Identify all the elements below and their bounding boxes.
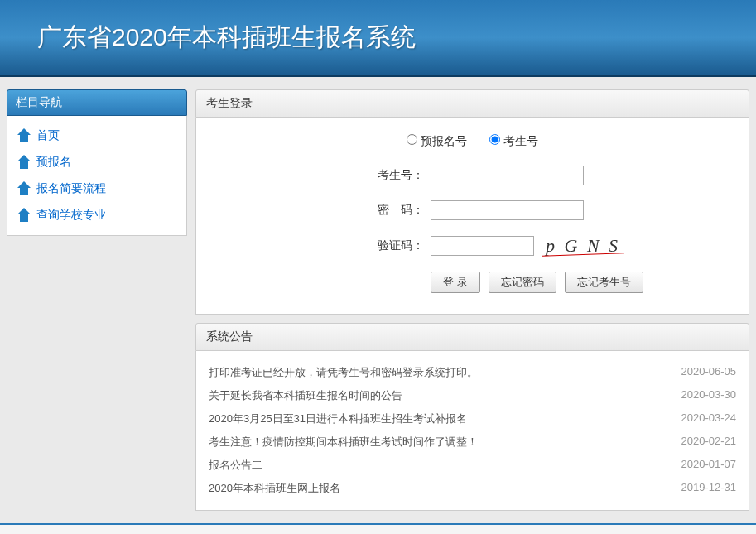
page-header: 广东省2020年本科插班生报名系统 bbox=[0, 0, 756, 77]
password-input[interactable] bbox=[431, 200, 584, 220]
announcement-title: 系统公告 bbox=[195, 323, 749, 351]
examid-input[interactable] bbox=[431, 166, 584, 185]
announcement-item[interactable]: 报名公告二 2020-01-07 bbox=[209, 454, 736, 477]
radio-examid[interactable] bbox=[489, 134, 500, 145]
radio-prereg[interactable] bbox=[407, 134, 417, 145]
label-password: 密 码： bbox=[366, 203, 424, 218]
button-row: 登 录 忘记密码 忘记考生号 bbox=[221, 272, 724, 293]
main-content: 考生登录 预报名号 考生号 考生号： 密 bbox=[195, 89, 749, 511]
announcement-text: 2020年3月25日至31日进行本科插班生招生考试补报名 bbox=[209, 411, 467, 426]
announcement-item[interactable]: 考生注意！疫情防控期间本科插班生考试时间作了调整！ 2020-02-21 bbox=[209, 431, 736, 454]
home-icon bbox=[16, 181, 32, 196]
announcement-item[interactable]: 2020年本科插班生网上报名 2019-12-31 bbox=[209, 477, 736, 500]
radio-examid-text: 考生号 bbox=[503, 134, 538, 147]
announcement-body: 打印准考证已经开放，请凭考生号和密码登录系统打印。 2020-06-05 关于延… bbox=[195, 351, 749, 511]
announcement-date: 2020-03-30 bbox=[681, 388, 737, 403]
announcement-text: 考生注意！疫情防控期间本科插班生考试时间作了调整！ bbox=[209, 435, 478, 450]
login-body: 预报名号 考生号 考生号： 密 码： 验证码： bbox=[195, 118, 749, 315]
forgot-password-button[interactable]: 忘记密码 bbox=[489, 272, 556, 293]
login-title: 考生登录 bbox=[195, 89, 749, 118]
announcement-panel: 系统公告 打印准考证已经开放，请凭考生号和密码登录系统打印。 2020-06-0… bbox=[195, 323, 749, 511]
row-examid: 考生号： bbox=[221, 166, 724, 185]
announcement-date: 2020-03-24 bbox=[681, 411, 737, 426]
sidebar-item-label: 首页 bbox=[36, 128, 60, 143]
captcha-input[interactable] bbox=[431, 236, 534, 256]
page-title: 广东省2020年本科插班生报名系统 bbox=[37, 21, 719, 55]
sidebar-item-prereg[interactable]: 预报名 bbox=[12, 149, 182, 176]
sidebar-item-process[interactable]: 报名简要流程 bbox=[12, 176, 182, 202]
sidebar-item-label: 报名简要流程 bbox=[36, 181, 106, 196]
announcement-date: 2020-01-07 bbox=[681, 458, 737, 473]
home-icon bbox=[16, 208, 32, 223]
announcement-date: 2020-02-21 bbox=[681, 435, 737, 450]
announcement-date: 2019-12-31 bbox=[681, 481, 737, 496]
announcement-text: 打印准考证已经开放，请凭考生号和密码登录系统打印。 bbox=[209, 365, 478, 380]
home-icon bbox=[16, 128, 32, 143]
radio-prereg-label[interactable]: 预报名号 bbox=[407, 134, 470, 147]
forgot-id-button[interactable]: 忘记考生号 bbox=[565, 272, 643, 293]
row-password: 密 码： bbox=[221, 200, 724, 220]
sidebar-body: 首页 预报名 报名简要流程 查询学校专业 bbox=[7, 116, 187, 236]
announcement-text: 报名公告二 bbox=[209, 458, 262, 473]
announcement-item[interactable]: 关于延长我省本科插班生报名时间的公告 2020-03-30 bbox=[209, 384, 736, 407]
main-container: 栏目导航 首页 预报名 报名简要流程 查询学校专业 考生登录 bbox=[0, 77, 756, 523]
announcement-text: 关于延长我省本科插班生报名时间的公告 bbox=[209, 388, 402, 403]
login-type-radios: 预报名号 考生号 bbox=[221, 134, 724, 149]
announcement-text: 2020年本科插班生网上报名 bbox=[209, 481, 340, 496]
footer-divider bbox=[0, 523, 756, 525]
captcha-image[interactable]: p G N S bbox=[542, 235, 624, 257]
sidebar-item-label: 查询学校专业 bbox=[36, 208, 106, 223]
radio-prereg-text: 预报名号 bbox=[421, 134, 467, 147]
login-panel: 考生登录 预报名号 考生号 考生号： 密 bbox=[195, 89, 749, 315]
home-icon bbox=[16, 155, 32, 170]
sidebar-item-home[interactable]: 首页 bbox=[12, 123, 182, 149]
label-captcha: 验证码： bbox=[366, 238, 424, 253]
label-examid: 考生号： bbox=[366, 168, 424, 183]
sidebar-item-label: 预报名 bbox=[36, 155, 71, 170]
sidebar-title: 栏目导航 bbox=[7, 89, 187, 116]
row-captcha: 验证码： p G N S bbox=[221, 235, 724, 257]
radio-examid-label[interactable]: 考生号 bbox=[489, 134, 538, 147]
sidebar-item-query[interactable]: 查询学校专业 bbox=[12, 202, 182, 229]
login-button[interactable]: 登 录 bbox=[431, 272, 480, 293]
announcement-date: 2020-06-05 bbox=[681, 365, 737, 380]
announcement-item[interactable]: 打印准考证已经开放，请凭考生号和密码登录系统打印。 2020-06-05 bbox=[209, 361, 736, 384]
announcement-item[interactable]: 2020年3月25日至31日进行本科插班生招生考试补报名 2020-03-24 bbox=[209, 407, 736, 431]
sidebar: 栏目导航 首页 预报名 报名简要流程 查询学校专业 bbox=[7, 89, 187, 511]
